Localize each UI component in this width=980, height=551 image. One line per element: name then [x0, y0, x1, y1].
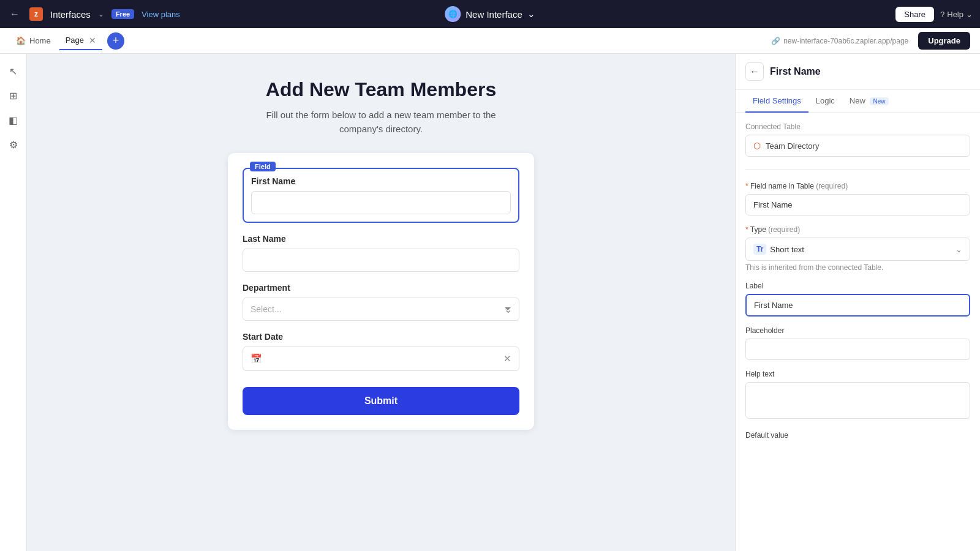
- app-title[interactable]: Interfaces: [50, 9, 91, 20]
- free-badge: Free: [111, 9, 134, 19]
- field-name-title: * Field name in Table (required): [745, 182, 970, 190]
- home-icon: 🏠: [16, 36, 26, 45]
- connected-table-label: Connected Table: [745, 122, 970, 131]
- department-label: Department: [243, 283, 519, 293]
- inherited-text: This is inherited from the connected Tab…: [745, 263, 970, 272]
- help-text-input[interactable]: [745, 382, 970, 419]
- interface-title[interactable]: New Interface: [466, 9, 522, 20]
- submit-button[interactable]: Submit: [243, 387, 519, 415]
- table-icon: ⬡: [753, 141, 761, 151]
- close-tab-button[interactable]: ✕: [89, 36, 96, 45]
- panel-back-button[interactable]: ←: [745, 62, 764, 81]
- start-date-field: Start Date 📅 ✕: [243, 332, 519, 371]
- sidebar-layers-icon[interactable]: ◧: [4, 110, 23, 130]
- calendar-icon: 📅: [251, 353, 262, 364]
- tab-logic[interactable]: Logic: [809, 90, 842, 113]
- label-input[interactable]: [745, 294, 970, 317]
- canvas-area: Add New Team Members Fill out the form b…: [27, 54, 735, 551]
- sidebar-grid-icon[interactable]: ⊞: [4, 86, 23, 105]
- back-button[interactable]: ←: [7, 6, 22, 22]
- panel-tabs: Field Settings Logic New New: [736, 90, 980, 113]
- connected-table-section: Connected Table ⬡ Team Directory: [745, 122, 970, 157]
- new-badge: New: [870, 97, 888, 105]
- last-name-label: Last Name: [243, 234, 519, 244]
- connected-table-value: ⬡ Team Directory: [745, 135, 970, 157]
- topbar-right: Share ? Help ⌄: [895, 7, 973, 22]
- plus-icon: +: [113, 34, 119, 47]
- placeholder-title: Placeholder: [745, 326, 970, 335]
- type-select[interactable]: Tr Short text ⌄: [745, 238, 970, 261]
- field-name-input[interactable]: [745, 194, 970, 216]
- nav-bar-2: 🏠 Home Page ✕ + 🔗 new-interface-70ab6c.z…: [0, 28, 980, 54]
- label-title: Label: [745, 282, 970, 290]
- app-title-arrow[interactable]: ⌄: [98, 10, 104, 18]
- first-name-input[interactable]: [251, 191, 511, 214]
- help-button[interactable]: ? Help ⌄: [940, 10, 973, 19]
- form-title: Add New Team Members: [228, 78, 534, 101]
- top-bar: ← z Interfaces ⌄ Free View plans 🌐 New I…: [0, 0, 980, 28]
- panel-title: First Name: [770, 66, 821, 77]
- default-value-section: Default value: [745, 431, 970, 443]
- divider-1: [745, 169, 970, 170]
- date-input[interactable]: 📅 ✕: [243, 347, 519, 371]
- label-section: Label: [745, 282, 970, 317]
- help-text-title: Help text: [745, 370, 970, 378]
- type-icon-badge: Tr: [753, 244, 766, 255]
- date-clear-button[interactable]: ✕: [503, 353, 511, 364]
- department-field: Department Select... ⌄: [243, 283, 519, 321]
- help-text-section: Help text: [745, 370, 970, 421]
- placeholder-section: Placeholder: [745, 326, 970, 360]
- tab-field-settings[interactable]: Field Settings: [745, 90, 809, 113]
- field-name-section: * Field name in Table (required): [745, 182, 970, 216]
- tab-new[interactable]: New New: [842, 90, 896, 113]
- avatar: 🌐: [445, 6, 461, 22]
- panel-content: Connected Table ⬡ Team Directory * Field…: [736, 113, 980, 453]
- home-tab[interactable]: 🏠 Home: [10, 32, 57, 49]
- topbar-center: 🌐 New Interface ⌄: [445, 6, 535, 22]
- app-logo: z: [29, 7, 43, 21]
- left-sidebar: ↖ ⊞ ◧ ⚙: [0, 54, 27, 551]
- first-name-field[interactable]: Field First Name: [243, 168, 519, 223]
- type-icon-display: Tr Short text: [753, 244, 804, 255]
- field-badge: Field: [250, 162, 276, 171]
- panel-header: ← First Name: [736, 54, 980, 90]
- default-value-title: Default value: [745, 431, 970, 440]
- form-card: Field First Name Last Name Department Se…: [228, 153, 534, 430]
- main-layout: ↖ ⊞ ◧ ⚙ Add New Team Members Fill out th…: [0, 54, 980, 551]
- url-display: 🔗 new-interface-70ab6c.zapier.app/page: [771, 37, 908, 45]
- page-tab[interactable]: Page ✕: [59, 32, 102, 50]
- first-name-label: First Name: [251, 176, 511, 186]
- share-button[interactable]: Share: [895, 7, 934, 22]
- sidebar-cursor-icon[interactable]: ↖: [4, 61, 23, 81]
- last-name-input[interactable]: [243, 249, 519, 272]
- right-panel: ← First Name Field Settings Logic New Ne…: [735, 54, 980, 551]
- interface-title-arrow[interactable]: ⌄: [527, 9, 535, 20]
- help-icon: ?: [940, 10, 944, 19]
- last-name-field: Last Name: [243, 234, 519, 272]
- department-select[interactable]: Select...: [243, 298, 519, 321]
- sidebar-settings-icon[interactable]: ⚙: [4, 135, 23, 154]
- link-icon: 🔗: [771, 37, 780, 45]
- type-chevron: ⌄: [956, 245, 962, 254]
- start-date-label: Start Date: [243, 332, 519, 342]
- help-arrow: ⌄: [966, 10, 973, 19]
- form-wrapper: Add New Team Members Fill out the form b…: [228, 78, 534, 527]
- type-section: * Type (required) Tr Short text ⌄ This i…: [745, 225, 970, 272]
- placeholder-input[interactable]: [745, 339, 970, 360]
- add-tab-button[interactable]: +: [107, 32, 124, 50]
- upgrade-button[interactable]: Upgrade: [918, 32, 970, 50]
- view-plans-link[interactable]: View plans: [141, 10, 180, 19]
- form-description: Fill out the form below to add a new tea…: [228, 108, 534, 136]
- type-title: * Type (required): [745, 225, 970, 234]
